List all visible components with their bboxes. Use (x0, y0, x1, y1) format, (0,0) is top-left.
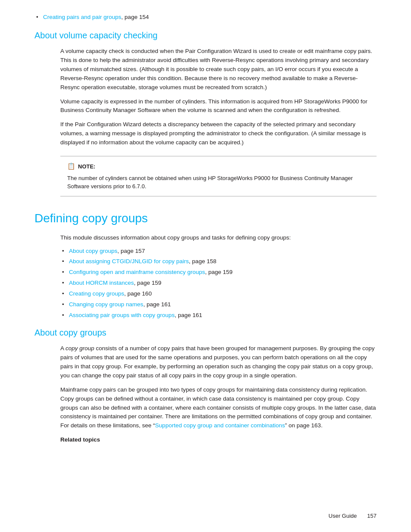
top-bullet-list-item: Creating pairs and pair groups, page 154 (34, 13, 377, 22)
chapter-bullet-3: Configuring open and mainframe consisten… (60, 268, 377, 277)
page-container: Creating pairs and pair groups, page 154… (0, 0, 411, 532)
creating-pairs-link[interactable]: Creating pairs and pair groups (43, 14, 121, 20)
note-text: The number of cylinders cannot be obtain… (67, 174, 370, 191)
chapter-bullet-4-page: , page 159 (134, 280, 162, 286)
page-footer: User Guide 157 (329, 512, 377, 520)
section-heading-about-copy-groups: About copy groups (34, 326, 377, 339)
section-volume-capacity: About volume capacity checking A volume … (34, 29, 377, 196)
note-box: 📋 NOTE: The number of cylinders cannot b… (60, 156, 377, 196)
changing-copy-group-names-link[interactable]: Changing copy group names (69, 301, 143, 308)
related-topics-label: Related topics (60, 436, 377, 444)
about-assigning-ctgid-link[interactable]: About assigning CTGID/JNLGID for copy pa… (69, 258, 189, 264)
section-volume-capacity-para2: Volume capacity is expressed in the numb… (60, 97, 377, 115)
note-icon: 📋 (67, 162, 75, 171)
section-volume-capacity-para3: If the Pair Configuration Wizard detects… (60, 120, 377, 147)
note-label-text: NOTE: (78, 162, 95, 171)
creating-copy-groups-link[interactable]: Creating copy groups (69, 290, 124, 297)
footer-label: User Guide (329, 512, 357, 520)
chapter-bullet-5: Creating copy groups, page 160 (60, 289, 377, 299)
chapter-bullet-7: Associating pair groups with copy groups… (60, 311, 377, 320)
chapter-bullet-1: About copy groups, page 157 (60, 247, 377, 256)
section-heading-volume-capacity: About volume capacity checking (34, 29, 377, 42)
about-horcm-link[interactable]: About HORCM instances (69, 280, 134, 286)
associating-pair-groups-link[interactable]: Associating pair groups with copy groups (69, 312, 174, 318)
footer-page-number: 157 (367, 512, 377, 520)
supported-copy-group-combinations-link[interactable]: Supported copy group and container combi… (155, 422, 285, 429)
configuring-consistency-groups-link[interactable]: Configuring open and mainframe consisten… (69, 269, 205, 275)
chapter-bullet-list: About copy groups, page 157 About assign… (60, 247, 377, 320)
section-about-copy-groups-body: A copy group consists of a number of cop… (60, 344, 377, 445)
section-about-copy-groups: About copy groups A copy group consists … (34, 326, 377, 445)
chapter-defining-copy-groups: Defining copy groups This module discuss… (34, 209, 377, 320)
chapter-bullet-5-page: , page 160 (124, 290, 152, 297)
section-volume-capacity-body: A volume capacity check is conducted whe… (60, 47, 377, 196)
copy-group-italic: copy group (65, 345, 94, 352)
top-bullet-item: Creating pairs and pair groups, page 154 (34, 13, 377, 22)
chapter-bullet-6: Changing copy group names, page 161 (60, 300, 377, 309)
chapter-bullet-6-page: , page 161 (143, 301, 171, 308)
chapter-bullet-3-page: , page 159 (205, 269, 233, 275)
chapter-heading: Defining copy groups (34, 209, 377, 227)
chapter-bullet-2: About assigning CTGID/JNLGID for copy pa… (60, 257, 377, 266)
chapter-bullet-7-page: , page 161 (174, 312, 202, 318)
note-label: 📋 NOTE: (67, 162, 370, 171)
section-volume-capacity-para1: A volume capacity check is conducted whe… (60, 47, 377, 92)
chapter-bullet-2-page: , page 158 (189, 258, 216, 264)
about-copy-groups-para1: A copy group consists of a number of cop… (60, 344, 377, 380)
about-copy-groups-link[interactable]: About copy groups (69, 248, 118, 254)
chapter-bullet-1-page: , page 157 (118, 248, 145, 254)
about-copy-groups-para2: Mainframe copy pairs can be grouped into… (60, 386, 377, 431)
chapter-intro-text: This module discusses information about … (60, 233, 377, 243)
top-bullet-page-ref: , page 154 (121, 14, 149, 20)
chapter-bullet-4: About HORCM instances, page 159 (60, 279, 377, 288)
